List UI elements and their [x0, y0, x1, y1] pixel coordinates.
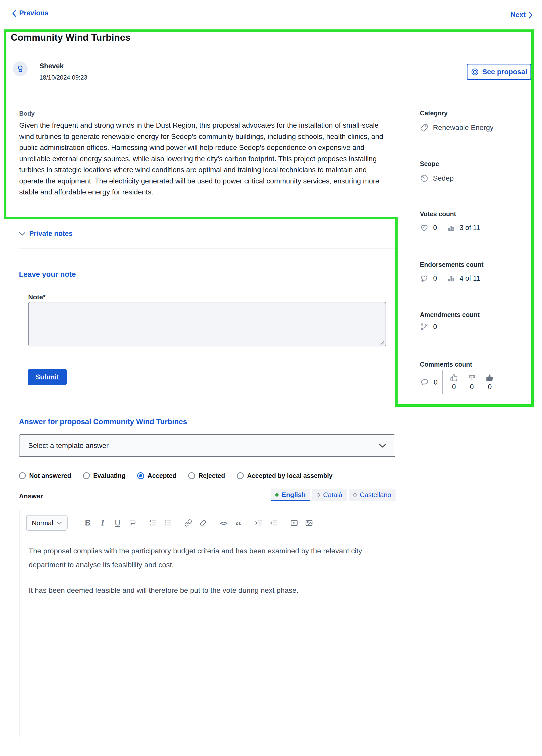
amendments-count-value: 0: [433, 323, 437, 331]
comments-count-value: 0: [434, 378, 438, 386]
template-answer-value: Select a template answer: [28, 442, 108, 450]
format-select-value: Normal: [32, 519, 53, 527]
radio-rejected[interactable]: Rejected: [188, 472, 225, 479]
thumb-up-outline-icon: [450, 374, 458, 381]
private-notes-label: Private notes: [29, 230, 73, 238]
comments-neutral-value: 0: [470, 383, 474, 391]
answer-status-radio-group: Not answeredEvaluatingAcceptedRejectedAc…: [19, 472, 333, 479]
lang-tab-english[interactable]: English: [271, 489, 310, 501]
svg-text:1: 1: [149, 519, 151, 522]
template-answer-select[interactable]: Select a template answer: [19, 434, 395, 457]
body-label: Body: [19, 110, 35, 117]
toolbar-icons: BIU12<>“: [80, 516, 317, 530]
radio-accepted-by-local-assembly[interactable]: Accepted by local assembly: [237, 472, 332, 479]
award-ribbon-icon: [16, 65, 24, 73]
answer-editor-content[interactable]: The proposal complies with the participa…: [19, 536, 395, 617]
toolbar-bullet-list-button[interactable]: [160, 516, 175, 530]
radio-label: Rejected: [198, 472, 225, 479]
chevron-left-icon: [12, 10, 17, 17]
toolbar-clear-format-button[interactable]: [195, 516, 210, 530]
leave-note-heading: Leave your note: [19, 270, 76, 279]
lang-tab-label: Castellano: [360, 491, 391, 499]
votes-count-row: 0 3 of 11: [420, 222, 480, 234]
lang-tab-label: Català: [323, 491, 342, 499]
radio-dot-icon: [188, 472, 195, 479]
toolbar-quote-button[interactable]: “: [231, 516, 246, 530]
language-tabs: EnglishCatalàCastellano: [289, 489, 396, 501]
endorsements-divider: [442, 272, 442, 284]
radio-label: Accepted: [147, 472, 176, 479]
toolbar-image-button[interactable]: [302, 516, 317, 530]
toolbar-italic-button[interactable]: I: [95, 516, 110, 530]
toolbar-code-button[interactable]: <>: [216, 516, 231, 530]
chevron-down-icon: [379, 443, 386, 448]
submit-note-button[interactable]: Submit: [28, 369, 67, 385]
toolbar-outdent-button[interactable]: [266, 516, 281, 530]
next-label: Next: [511, 11, 526, 19]
lang-tab-castellano[interactable]: Castellano: [349, 489, 396, 501]
heart-add-icon: [420, 274, 429, 283]
toolbar-underline-button[interactable]: U: [110, 516, 125, 530]
note-textarea[interactable]: [28, 302, 386, 346]
toolbar-video-button[interactable]: [287, 516, 302, 530]
category-label: Category: [420, 109, 448, 117]
format-select[interactable]: Normal: [26, 515, 68, 531]
lang-tab-catal-[interactable]: Català: [312, 489, 347, 501]
radio-label: Not answered: [29, 472, 71, 479]
avatar: [13, 61, 28, 76]
answer-heading: Answer for proposal Community Wind Turbi…: [19, 418, 187, 426]
tag-icon: [420, 123, 429, 132]
radio-dot-icon: [19, 472, 26, 479]
comments-in-favor: 0: [447, 374, 461, 391]
see-proposal-label: See proposal: [482, 68, 527, 76]
line-break-icon: [128, 519, 136, 527]
answer-paragraph: The proposal complies with the participa…: [29, 544, 386, 572]
toolbar-indent-button[interactable]: [251, 516, 266, 530]
notes-divider: [19, 248, 395, 248]
comments-neutral: 0: [465, 374, 479, 391]
quote-icon: “: [235, 519, 241, 527]
votes-divider: [442, 222, 442, 234]
previous-label: Previous: [19, 9, 48, 17]
votes-count-label: Votes count: [420, 210, 456, 218]
header-divider: [11, 53, 532, 53]
scope-label: Scope: [420, 160, 439, 168]
radio-not-answered[interactable]: Not answered: [19, 472, 71, 479]
indent-icon: [255, 519, 263, 527]
radio-label: Evaluating: [93, 472, 125, 479]
endorsements-count-row: 0 4 of 11: [420, 272, 480, 284]
toolbar-bold-button[interactable]: B: [80, 516, 95, 530]
chat-bubble-icon: [420, 378, 429, 387]
chevron-right-icon: [528, 12, 533, 19]
eye-icon: [471, 68, 479, 76]
ordered-list-icon: 12: [149, 519, 157, 527]
category-value: Renewable Energy: [433, 124, 494, 132]
comments-against-value: 0: [488, 383, 492, 391]
private-notes-toggle[interactable]: Private notes: [19, 230, 73, 238]
amendments-count-row: 0: [420, 322, 437, 331]
comments-count-label: Comments count: [420, 361, 472, 368]
radio-evaluating[interactable]: Evaluating: [83, 472, 125, 479]
comments-count-row: 0 0 0 0: [420, 370, 496, 394]
comments-against: 0: [483, 374, 496, 391]
next-link[interactable]: Next: [511, 11, 533, 19]
image-icon: [305, 519, 313, 527]
answer-rich-text-editor: Normal BIU12<>“ The proposal complies wi…: [19, 510, 395, 737]
toolbar-link-button[interactable]: [181, 516, 195, 530]
author-name: Shevek: [39, 62, 64, 70]
creation-date: 18/10/2024 09:23: [39, 74, 87, 81]
thumb-filled-icon: [486, 374, 494, 381]
radio-dot-icon: [237, 472, 244, 479]
bar-chart-icon: [447, 274, 455, 282]
previous-link[interactable]: Previous: [12, 9, 48, 17]
radio-accepted[interactable]: Accepted: [137, 472, 176, 479]
toolbar-line-break-button[interactable]: [125, 516, 140, 530]
video-icon: [290, 519, 298, 527]
category-row: Renewable Energy: [420, 123, 494, 132]
scope-row: Sedep: [420, 174, 454, 183]
see-proposal-button[interactable]: See proposal: [467, 64, 531, 80]
toolbar-ordered-list-button[interactable]: 12: [145, 516, 160, 530]
comments-in-favor-value: 0: [452, 383, 456, 391]
git-branch-icon: [420, 322, 429, 331]
comments-divider: [442, 370, 443, 394]
